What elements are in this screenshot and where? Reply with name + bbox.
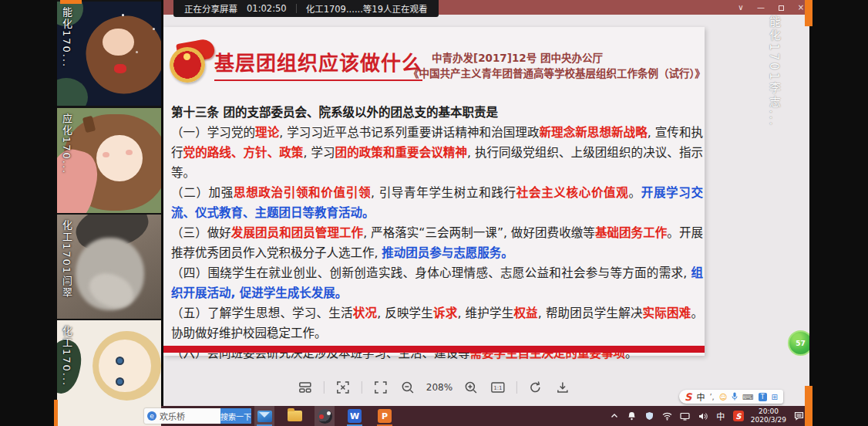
ball-value: 57 (796, 340, 806, 347)
participant-video-panel: 能化170... 应化170... 化工1701闫翠 化工170... (57, 0, 161, 426)
viewer-name-watermark: 能化1701李志... (766, 15, 782, 127)
input-language-indicator[interactable]: 中 (715, 410, 726, 422)
fit-window-x-icon[interactable] (335, 379, 352, 396)
taskbar-clock[interactable]: 20:00 2020/3/29 (751, 407, 786, 424)
system-tray: 中 S 20:00 2020/3/29 (609, 406, 804, 426)
doc-number: 中青办发[2017]12号 团中央办公厅 (409, 50, 703, 66)
share-border-segment (54, 400, 58, 426)
punctuation-icon[interactable]: ’, (709, 393, 714, 401)
screen: ∨ — × 基层团组织应该做什么 中青办发[2017]12号 团中央办公厅 《中… (0, 0, 868, 426)
sogou-logo[interactable]: S (685, 391, 691, 403)
folder-icon (288, 411, 302, 421)
share-status-text: 正在分享屏幕 (184, 2, 237, 15)
zoom-level: 208% (426, 382, 453, 393)
wifi-icon[interactable] (662, 410, 673, 422)
search-engine-icon: e (147, 411, 156, 421)
zoom-out-icon[interactable] (399, 379, 416, 396)
toolbar-separator (362, 381, 362, 394)
slide-paragraph: （五）了解学生思想、学习、生活状况, 反映学生诉求, 维护学生权益, 帮助团员学… (171, 303, 703, 343)
restore-button[interactable] (775, 0, 786, 15)
search-button[interactable]: 搜索一下 (220, 408, 251, 424)
participant-name: 应化170... (59, 113, 74, 174)
thumbnail-layout-icon[interactable] (297, 379, 314, 396)
wps-writer-button[interactable]: W (345, 406, 365, 426)
share-viewers-text: 化工1709......等19人正在观看 (306, 2, 428, 15)
action-center-icon[interactable] (793, 410, 804, 422)
slide-doc-reference: 中青办发[2017]12号 团中央办公厅 《中国共产主义青年团普通高等学校基层组… (409, 50, 703, 81)
banner-divider (296, 4, 297, 13)
slide-heading: 第十三条 团的支部委员会、院系级以外的团总支的基本职责是 (171, 103, 703, 123)
share-border-segment (805, 0, 812, 26)
slide-footer-bar (163, 346, 705, 353)
slide-paragraph: （三）做好发展团员和团员管理工作, 严格落实“三会两制一课”, 做好团费收缴等基… (171, 223, 703, 263)
sogou-tray-icon[interactable]: S (733, 411, 744, 421)
fit-screen-icon[interactable] (372, 379, 389, 396)
shared-window: ∨ — × 基层团组织应该做什么 中青办发[2017]12号 团中央办公厅 《中… (163, 0, 809, 426)
one-to-one-icon[interactable]: 1:1 (490, 379, 506, 396)
download-icon[interactable] (554, 379, 571, 396)
viewer-toolbar: 208% 1:1 (297, 379, 571, 396)
window-controls: ∨ — × (735, 0, 806, 15)
share-status-banner[interactable]: 正在分享屏幕 01:02:50 化工1709......等19人正在观看 (173, 0, 439, 17)
sogou-input-bar[interactable]: S 中 ’, ☺ ⌨ T ⊞ (679, 390, 783, 404)
screen-edge-mask (0, 0, 57, 426)
toolbar-separator (516, 381, 517, 394)
participant-name: 化工1701闫翠 (59, 220, 74, 298)
mail-app-button[interactable] (254, 406, 274, 426)
chevron-down-icon[interactable]: ∨ (735, 0, 746, 15)
toolbar-separator (324, 381, 325, 394)
participant-name: 化工170... (59, 326, 74, 387)
lang-zh-indicator[interactable]: 中 (696, 390, 705, 403)
rotate-right-icon[interactable] (527, 379, 544, 396)
bell-icon[interactable] (627, 410, 638, 422)
skin-shirt-icon[interactable]: T (759, 393, 767, 401)
shield-icon[interactable] (644, 410, 655, 422)
slide-paragraph: （二）加强思想政治引领和价值引领, 引导青年学生树立和践行社会主义核心价值观。开… (171, 183, 703, 223)
mail-icon (257, 411, 272, 422)
video-tile[interactable]: 应化170... (57, 108, 161, 213)
share-border-segment (60, 0, 82, 4)
svg-text:1:1: 1:1 (494, 385, 503, 391)
display-icon[interactable] (680, 410, 691, 422)
slide-body: 第十三条 团的支部委员会、院系级以外的团总支的基本职责是 （一）学习党的理论, … (171, 103, 703, 363)
screen-edge-mask (809, 0, 868, 426)
clock-time: 20:00 (751, 407, 786, 416)
file-explorer-button[interactable] (284, 406, 304, 426)
restore-icon (779, 5, 784, 11)
chevron-up-icon[interactable] (609, 410, 620, 422)
youth-league-emblem-icon (170, 42, 213, 86)
toolbox-grid-icon[interactable]: ⊞ (772, 393, 778, 401)
share-border-segment (805, 386, 812, 426)
slide-paragraph: （一）学习党的理论, 学习习近平总书记系列重要讲话精神和治国理政新理念新思想新战… (171, 123, 703, 183)
taskbar-apps: W P (254, 406, 395, 426)
share-timer: 01:02:50 (247, 3, 287, 14)
search-input[interactable]: 欢乐桥 (160, 410, 220, 422)
wps-writer-icon: W (348, 409, 362, 423)
doc-name: 《中国共产主义青年团普通高等学校基层组织工作条例（试行）》 (409, 66, 703, 81)
video-tile[interactable]: 能化170... (57, 2, 161, 106)
windows-taskbar: W P 中 S 20:00 2020/3/29 (160, 406, 812, 426)
wps-presentation-button[interactable]: P (375, 406, 395, 426)
meeting-app-icon (318, 409, 332, 424)
slide-paragraph: （四）围绕学生在就业创业、创新创造实践、身体心理情感、志愿公益和社会参与等方面的… (171, 263, 703, 303)
zoom-in-icon[interactable] (463, 379, 479, 396)
meeting-app-button[interactable] (315, 406, 335, 426)
taskbar-search-box[interactable]: e 欢乐桥 搜索一下 (144, 408, 251, 424)
clock-date: 2020/3/29 (751, 416, 786, 424)
mic-icon[interactable] (732, 392, 738, 402)
volume-icon[interactable] (698, 410, 708, 422)
slide-title: 基层团组织应该做什么 (214, 47, 422, 81)
video-tile[interactable]: 化工1701闫翠 (57, 215, 161, 319)
participant-name: 能化170... (59, 7, 74, 68)
keyboard-icon[interactable]: ⌨ (742, 393, 753, 401)
presentation-slide: 基层团组织应该做什么 中青办发[2017]12号 团中央办公厅 《中国共产主义青… (163, 27, 705, 356)
wps-presentation-icon: P (378, 409, 392, 423)
minimize-button[interactable]: — (755, 0, 766, 15)
emoji-icon[interactable]: ☺ (719, 393, 727, 401)
